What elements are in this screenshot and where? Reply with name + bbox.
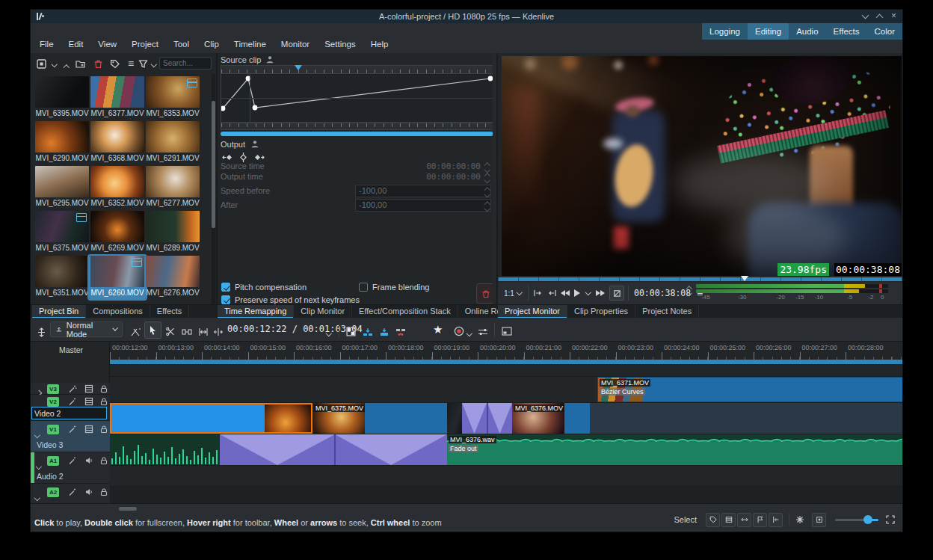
bin-clip[interactable]: MVI_6276.MOV [144, 256, 201, 299]
edit-mode-select[interactable]: Normal Mode [50, 321, 123, 337]
zone-mode-icon[interactable] [609, 286, 624, 301]
keyframe-graph[interactable] [221, 73, 493, 123]
track-lane-v2[interactable]: MVI_6371.MOV Bézier Curves [110, 377, 902, 403]
remap-playhead-marker[interactable] [295, 65, 302, 70]
tab-effect-composition-stack[interactable]: Effect/Composition Stack [352, 305, 458, 319]
bin-scrollbar[interactable] [212, 74, 215, 304]
minimize-icon[interactable] [862, 12, 869, 19]
workspace-tab-audio[interactable]: Audio [789, 23, 825, 40]
bin-clip[interactable]: MVI_6395.MOV [34, 76, 90, 120]
timeline-audio-clip1[interactable] [110, 434, 220, 465]
timeline-clip-mvi6371[interactable]: MVI_6371.MOV Bézier Curves [597, 377, 902, 402]
monitor-timecode[interactable]: 00:00:38:08 [634, 286, 691, 301]
timeline-clip-mvi6376wav[interactable]: MVI_6376.wav Fade out [447, 434, 902, 465]
tag-toggle-icon[interactable] [706, 513, 720, 527]
close-icon[interactable]: × [891, 10, 896, 21]
timeline-hscrollbar[interactable] [119, 507, 137, 511]
track-badge[interactable]: V1 [47, 425, 59, 434]
track-rename-input[interactable] [31, 407, 107, 419]
zoom-slider-handle[interactable] [863, 515, 872, 524]
filter-icon[interactable] [137, 58, 149, 70]
menu-edit[interactable]: Edit [63, 37, 90, 51]
timecode-chevron-icon[interactable] [327, 327, 331, 342]
zoom-fit-icon[interactable] [886, 515, 895, 524]
menu-view[interactable]: View [92, 37, 123, 51]
film-toggle-icon[interactable] [721, 513, 736, 527]
video-mix-transition[interactable] [462, 403, 512, 434]
record-chevron-icon[interactable] [467, 327, 472, 342]
menu-timeline[interactable]: Timeline [228, 37, 272, 51]
track-badge[interactable]: A2 [47, 487, 59, 497]
track-headers-icon[interactable] [502, 324, 512, 339]
effects-wand-icon[interactable] [68, 397, 78, 407]
filter-chevron-icon[interactable] [148, 59, 160, 71]
workspace-tab-effects[interactable]: Effects [826, 23, 867, 40]
menu-file[interactable]: File [34, 37, 60, 51]
spacer-tool-icon[interactable] [182, 324, 192, 339]
speed-after-spinner[interactable] [484, 201, 491, 210]
zoom-chevron-icon[interactable] [517, 286, 522, 301]
track-name[interactable]: Audio 2 [37, 472, 64, 481]
lock-icon[interactable] [99, 384, 110, 394]
source-time-value[interactable]: 00:00:00:00 [426, 161, 481, 171]
menu-help[interactable]: Help [365, 37, 395, 51]
bin-clip[interactable]: MVI_6290.MOV [34, 121, 90, 164]
track-badge[interactable]: A1 [47, 456, 59, 466]
workspace-tab-editing[interactable]: Editing [748, 23, 789, 40]
create-folder-icon[interactable] [74, 58, 86, 70]
audio-mix-transition[interactable] [220, 434, 447, 465]
tab-project-notes[interactable]: Project Notes [635, 305, 699, 319]
track-lane-a2[interactable] [110, 466, 902, 487]
timeline-zoom-slider[interactable] [835, 515, 878, 524]
tab-time-remapping[interactable]: Time Remapping [218, 305, 294, 319]
seek-playhead[interactable] [741, 276, 748, 281]
tab-clip-properties[interactable]: Clip Properties [567, 305, 635, 319]
bin-clip[interactable]: MVI_6353.MOV [144, 76, 201, 120]
slip-tool-icon[interactable] [198, 324, 209, 339]
edge-toggle-icon[interactable] [769, 513, 783, 527]
fit-zone-icon[interactable] [812, 513, 826, 527]
video-frame[interactable]: 23.98fps 00:00:38:08 [502, 56, 902, 276]
workspace-tab-color[interactable]: Color [867, 23, 902, 40]
menu-tool[interactable]: Tool [167, 37, 195, 51]
mixer-icon[interactable] [478, 324, 488, 339]
bin-clip[interactable]: MVI_6295.MOV [34, 166, 90, 209]
menu-project[interactable]: Project [126, 37, 164, 51]
snap-icon[interactable] [795, 515, 804, 524]
effects-wand-icon[interactable] [68, 384, 78, 394]
zone-in-icon[interactable] [534, 286, 543, 301]
tab-project-monitor[interactable]: Project Monitor [498, 305, 567, 319]
bin-clip[interactable]: MVI_6260.MOV [89, 256, 146, 299]
bin-clip[interactable]: MVI_6289.MOV [144, 211, 201, 254]
play-chevron-icon[interactable] [586, 286, 591, 301]
output-time-value[interactable]: 00:00:00:00 [426, 172, 481, 182]
track-header-v1[interactable]: V1 Video 3 [31, 421, 110, 452]
chevron-down-icon[interactable] [37, 458, 47, 467]
tab-compositions[interactable]: Compositions [86, 305, 150, 319]
track-badge[interactable]: V2 [47, 397, 59, 407]
maximize-icon[interactable] [876, 14, 884, 22]
monitor-seekbar[interactable] [498, 276, 903, 283]
output-time-spinner[interactable] [484, 173, 491, 182]
effects-wand-icon[interactable] [68, 456, 78, 466]
timeline-clip-selected-title[interactable] [110, 403, 312, 434]
tab-clip-monitor[interactable]: Clip Monitor [294, 305, 352, 319]
track-lane-v3[interactable] [110, 365, 902, 377]
rewind-icon[interactable] [561, 286, 570, 301]
record-icon[interactable] [454, 324, 464, 339]
bin-clip[interactable]: MVI_6351.MOV [34, 256, 90, 299]
lock-icon[interactable] [99, 456, 110, 466]
chevron-right-icon[interactable] [35, 384, 46, 394]
effects-wand-icon[interactable] [68, 487, 78, 497]
zoom-ratio-label[interactable]: 1:1 [504, 286, 514, 301]
composite-icon[interactable] [84, 425, 95, 434]
chevron-down-icon[interactable] [35, 426, 46, 436]
remap-zoombar[interactable] [221, 132, 493, 136]
mix-clips-icon[interactable] [131, 324, 141, 339]
composite-icon[interactable] [84, 397, 95, 407]
zone-out-icon[interactable] [547, 286, 556, 301]
tab-project-bin[interactable]: Project Bin [32, 305, 86, 319]
speed-after-input[interactable]: -100,00 [355, 199, 491, 212]
speed-before-input[interactable]: -100,00 [355, 185, 491, 197]
timeline-zone-bar[interactable] [110, 360, 902, 364]
